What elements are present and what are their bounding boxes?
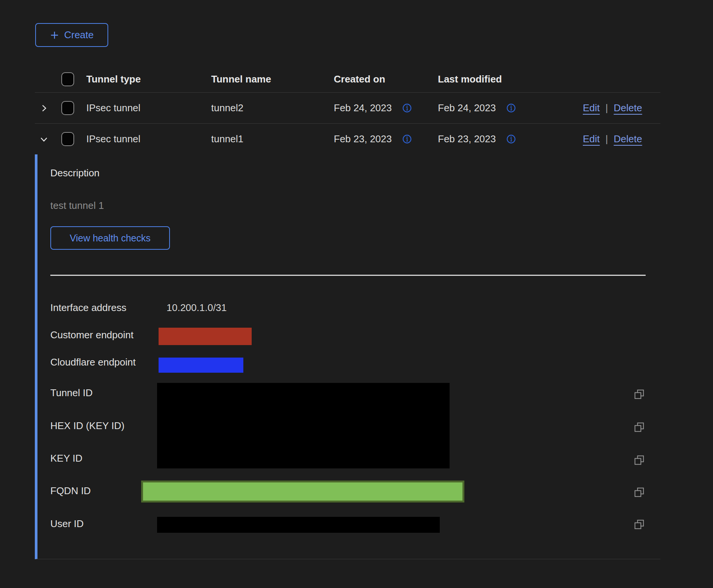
edit-link[interactable]: Edit [583,133,600,145]
header-tunnel-type: Tunnel type [86,73,141,85]
fqdn-id-value-redacted [141,481,464,502]
info-icon[interactable] [506,103,516,113]
hex-id-label: HEX ID (KEY ID) [50,420,125,432]
copy-tunnel-id-button[interactable] [633,388,645,400]
table-row-tunnel1: IPsec tunnel tunnel1 Feb 23, 2023 Feb 23… [35,124,660,154]
delete-link[interactable]: Delete [614,133,642,145]
copy-fqdn-id-button[interactable] [633,486,645,498]
header-tunnel-name: Tunnel name [211,73,271,85]
row-checkbox[interactable] [61,132,74,146]
tunnels-table: Tunnel type Tunnel name Created on Last … [35,66,660,154]
select-all-checkbox[interactable] [61,72,74,86]
expand-chevron-right-icon[interactable] [39,103,49,114]
created-on-value: Feb 24, 2023 [334,102,392,114]
view-health-checks-button[interactable]: View health checks [50,226,170,250]
cloudflare-endpoint-value-redacted [159,358,243,373]
table-header-row: Tunnel type Tunnel name Created on Last … [35,66,660,93]
tunnel-detail-panel: Description test tunnel 1 View health ch… [35,154,660,559]
interface-address-value: 10.200.1.0/31 [167,302,227,314]
row-checkbox[interactable] [61,101,74,115]
fqdn-id-label: FQDN ID [50,485,91,497]
copy-key-id-button[interactable] [633,454,645,466]
tunnel-id-hex-key-values-redacted [157,383,450,468]
action-separator: | [606,133,608,145]
tunnels-page: Create Tunnel type Tunnel name Created o… [0,0,713,588]
cloudflare-endpoint-label: Cloudflare endpoint [50,356,136,368]
header-last-modified: Last modified [438,73,502,85]
info-icon[interactable] [402,103,412,113]
customer-endpoint-label: Customer endpoint [50,329,134,341]
info-icon[interactable] [402,134,412,144]
tunnel-type-value: IPsec tunnel [86,133,140,145]
key-id-label: KEY ID [50,453,83,464]
tunnel-name-value: tunnel2 [211,102,243,114]
create-button-label: Create [64,29,93,41]
user-id-value-redacted [157,517,440,533]
last-modified-value: Feb 24, 2023 [438,102,496,114]
create-button[interactable]: Create [35,23,108,47]
created-on-value: Feb 23, 2023 [334,133,392,145]
info-icon[interactable] [506,134,516,144]
table-row-tunnel2: IPsec tunnel tunnel2 Feb 24, 2023 Feb 24… [35,93,660,124]
tunnel-name-value: tunnel1 [211,133,243,145]
action-separator: | [606,102,608,114]
copy-hex-id-button[interactable] [633,421,645,433]
tunnel-id-label: Tunnel ID [50,387,93,399]
description-value: test tunnel 1 [50,200,104,212]
copy-user-id-button[interactable] [633,518,645,530]
header-created-on: Created on [334,73,385,85]
description-label: Description [50,167,100,179]
collapse-chevron-down-icon[interactable] [39,134,49,145]
tunnel-type-value: IPsec tunnel [86,102,140,114]
section-divider [50,275,646,276]
delete-link[interactable]: Delete [614,102,642,114]
customer-endpoint-value-redacted [159,328,252,345]
last-modified-value: Feb 23, 2023 [438,133,496,145]
user-id-label: User ID [50,518,84,530]
plus-icon [50,30,59,40]
interface-address-label: Interface address [50,302,126,314]
edit-link[interactable]: Edit [583,102,600,114]
